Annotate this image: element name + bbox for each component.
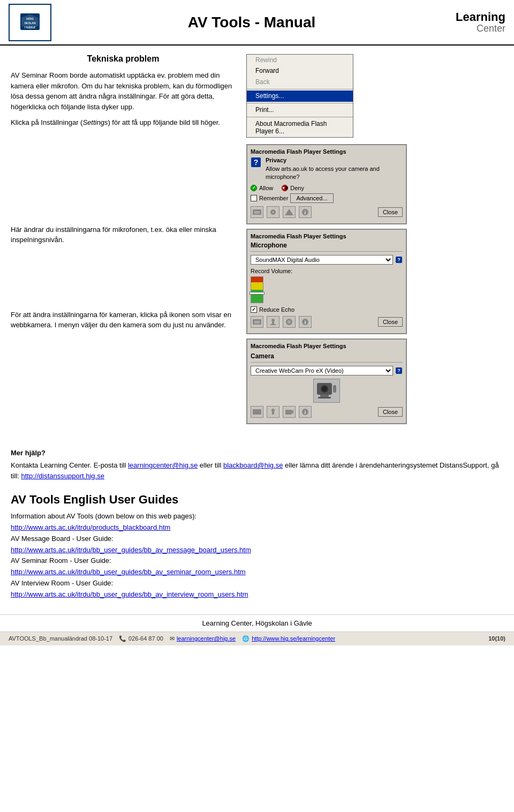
help-email1[interactable]: learningcenter@hig.se — [128, 461, 198, 469]
mic-tab[interactable]: Microphone — [251, 242, 403, 252]
svg-text:i: i — [305, 210, 306, 215]
footer-page: 10(10) — [488, 635, 505, 642]
menu-separator — [247, 89, 353, 89]
mic-icon2[interactable] — [267, 316, 279, 328]
volume-label: Record Volume: — [251, 268, 403, 274]
help-text: Kontakta Learning Center. E-posta till l… — [11, 460, 503, 481]
cam-dialog-title: Macromedia Flash Player Settings — [251, 343, 403, 349]
para-settings: Klicka på Inställningar (Settings) för a… — [11, 117, 236, 128]
context-menu: Rewind Forward Back Settings... Print...… — [246, 54, 353, 138]
deny-option[interactable]: ● Deny — [282, 185, 304, 191]
para-mic: Här ändrar du inställningarna för mikrof… — [11, 224, 236, 245]
svg-rect-36 — [285, 410, 292, 415]
mic-close-button[interactable]: Close — [378, 317, 403, 327]
footer-email[interactable]: learningcenter@hig.se — [177, 635, 236, 642]
center-label: Center — [452, 24, 505, 34]
page-header: HÖG SKOLAN I GÄVLE AV Tools - Manual Lea… — [0, 0, 514, 46]
cam-icon4[interactable]: i — [299, 406, 312, 418]
mic-icon4[interactable]: i — [299, 316, 312, 328]
cam-icon-row: i Close — [251, 406, 403, 418]
privacy-icon4[interactable]: i — [299, 206, 312, 218]
help-url1[interactable]: http://distanssupport.hig.se — [21, 472, 104, 480]
svg-rect-32 — [318, 397, 331, 399]
svg-marker-37 — [292, 410, 293, 414]
logo-text: HÖG SKOLAN I GÄVLE — [19, 12, 41, 33]
mic-dialog-title: Macromedia Flash Player Settings — [251, 233, 403, 239]
footer-bar: AVTOOLS_Bb_manualändrad 08-10-17 📞 026-6… — [0, 631, 514, 645]
page-title: AV Tools - Manual — [51, 14, 452, 31]
menu-separator2 — [247, 103, 353, 103]
mic-icon1[interactable] — [251, 316, 263, 328]
svg-text:?: ? — [397, 257, 400, 262]
menu-item-settings[interactable]: Settings... — [247, 91, 353, 102]
svg-rect-20 — [270, 324, 276, 325]
cam-icon2[interactable] — [267, 406, 279, 418]
cam-help-icon: ? — [395, 367, 403, 374]
privacy-dialog: Macromedia Flash Player Settings ? Priva… — [246, 144, 407, 224]
svg-point-22 — [288, 320, 291, 324]
svg-point-10 — [272, 211, 274, 213]
volume-visual — [251, 276, 263, 303]
settings-italic: Settings — [82, 118, 108, 126]
privacy-icon2[interactable] — [267, 206, 279, 218]
guides-link3[interactable]: http://www.arts.ac.uk/itrdu/bb_user_guid… — [11, 567, 503, 578]
cam-tab[interactable]: Camera — [251, 352, 403, 363]
reduce-echo-row[interactable]: ✓ Reduce Echo — [251, 306, 403, 313]
cam-close-button[interactable]: Close — [378, 407, 403, 417]
cam-device-select[interactable]: Creative WebCam Pro eX (Video) — [251, 366, 393, 375]
reduce-echo-checkbox[interactable]: ✓ — [251, 306, 257, 313]
deny-radio: ● — [282, 185, 288, 191]
help-text2: eller till — [198, 461, 223, 469]
guides-link2[interactable]: http://www.arts.ac.uk/itrdu/bb_user_guid… — [11, 545, 503, 556]
help-section: Mer hjälp? Kontakta Learning Center. E-p… — [0, 448, 514, 482]
advanced-button[interactable]: Advanced... — [290, 193, 333, 203]
cam-icon3[interactable] — [283, 406, 296, 418]
para-intro: AV Seminar Room borde automatiskt upptäc… — [11, 70, 236, 112]
main-content: Tekniska problem AV Seminar Room borde a… — [0, 46, 514, 437]
allow-radio: ✓ — [251, 185, 257, 191]
privacy-close-button[interactable]: Close — [378, 207, 403, 217]
mic-select-row: SoundMAX Digital Audio ? — [251, 255, 403, 265]
mic-device-select[interactable]: SoundMAX Digital Audio — [251, 255, 393, 265]
svg-point-34 — [271, 409, 275, 412]
learning-center-logo: Learning Center — [452, 11, 505, 34]
svg-marker-11 — [285, 209, 293, 215]
mic-icon3[interactable] — [283, 316, 296, 328]
menu-separator3 — [247, 117, 353, 117]
svg-text:?: ? — [254, 158, 259, 167]
privacy-icon1[interactable] — [251, 206, 263, 218]
footer-center: Learning Center, Högskolan i Gävle — [0, 614, 514, 631]
footer-email-icon: ✉ learningcenter@hig.se — [170, 635, 236, 642]
cam-icon1[interactable] — [251, 406, 263, 418]
menu-item-forward[interactable]: Forward — [247, 65, 353, 77]
cam-select-row: Creative WebCam Pro eX (Video) ? — [251, 366, 403, 375]
menu-item-about[interactable]: About Macromedia Flash Player 6... — [247, 118, 353, 137]
privacy-icon-row: i Close — [251, 206, 403, 218]
footer-website[interactable]: http://www.hig.se/learningcenter — [252, 635, 335, 642]
guides-link4[interactable]: http://www.arts.ac.uk/itrdu/bb_user_guid… — [11, 589, 503, 600]
svg-rect-31 — [320, 395, 329, 397]
menu-item-rewind[interactable]: Rewind — [247, 55, 353, 65]
footer-filename: AVTOOLS_Bb_manualändrad 08-10-17 — [9, 635, 112, 642]
volume-handle[interactable] — [250, 292, 264, 295]
remember-row[interactable]: Remember Advanced... — [251, 193, 403, 203]
left-column: Tekniska problem AV Seminar Room borde a… — [11, 54, 236, 428]
right-column: Rewind Forward Back Settings... Print...… — [246, 54, 407, 428]
svg-rect-17 — [254, 321, 260, 324]
remember-label: Remember — [259, 195, 288, 201]
help-email2[interactable]: blackboard@hig.se — [223, 461, 283, 469]
guides-link1[interactable]: http://www.arts.ac.uk/itrdu/products_bla… — [11, 522, 503, 533]
guides-label4: AV Interview Room - User Guide: — [11, 578, 503, 589]
guides-title: AV Tools English User Guides — [11, 493, 503, 507]
remember-checkbox[interactable] — [251, 195, 257, 201]
menu-item-print[interactable]: Print... — [247, 104, 353, 116]
privacy-question: Allow arts.ao.uk to access your camera a… — [266, 165, 403, 182]
logo: HÖG SKOLAN I GÄVLE — [9, 4, 51, 41]
svg-rect-8 — [254, 211, 260, 214]
para-settings-intro: Klicka på Inställningar ( — [11, 118, 82, 126]
footer-web-icon: 🌐 http://www.hig.se/learningcenter — [242, 635, 335, 642]
privacy-icon3[interactable] — [283, 206, 296, 218]
allow-option[interactable]: ✓ Allow — [251, 185, 273, 191]
svg-text:i: i — [305, 410, 306, 415]
para-camera: För att ändra inställningarna för kamera… — [11, 310, 236, 330]
